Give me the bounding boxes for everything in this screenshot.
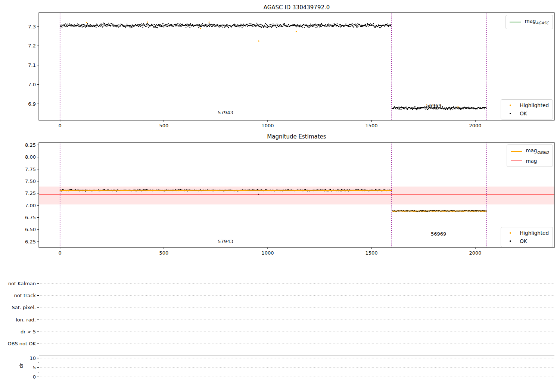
- legend-label: Highlighted: [520, 102, 549, 109]
- plot2-title: Magnitude Estimates: [39, 133, 554, 140]
- plots-svg: 579435696905001000150020007.37.27.17.06.…: [0, 0, 560, 392]
- svg-text:7.2: 7.2: [28, 43, 36, 49]
- orange-dot-swatch: [505, 232, 516, 234]
- svg-text:2000: 2000: [469, 123, 482, 128]
- legend-p1-point-types: Highlighted OK: [501, 99, 553, 119]
- legend-mag-lines: magOBSID mag: [507, 144, 553, 167]
- legend-label: Highlighted: [520, 230, 549, 236]
- svg-text:6.75: 6.75: [25, 215, 36, 220]
- legend-item-ok: OK: [505, 110, 549, 117]
- legend-mag-agasc: magAGASC: [505, 15, 553, 29]
- svg-text:1000: 1000: [261, 250, 274, 256]
- svg-text:0: 0: [59, 250, 62, 256]
- black-dot-swatch: [505, 240, 516, 242]
- legend-item-ok: OK: [505, 238, 549, 245]
- svg-text:not track: not track: [14, 293, 36, 298]
- svg-text:7.00: 7.00: [25, 203, 36, 208]
- svg-text:57943: 57943: [218, 110, 233, 115]
- obsid-annotations: 5794356969: [218, 103, 441, 115]
- svg-text:6.9: 6.9: [28, 101, 36, 107]
- svg-text:5: 5: [33, 365, 36, 370]
- svg-text:7.1: 7.1: [28, 62, 36, 68]
- legend-label: mag: [526, 158, 537, 164]
- y-axis-ticks: 7.37.27.17.06.9: [28, 24, 39, 107]
- highlighted-points-series: [86, 21, 458, 108]
- plot1-title: AGASC ID 330439792.0: [39, 4, 554, 11]
- black-dot-swatch: [505, 113, 516, 114]
- svg-text:6.50: 6.50: [25, 227, 36, 232]
- legend-item-mag: mag: [511, 158, 549, 164]
- svg-text:1000: 1000: [261, 123, 274, 128]
- svg-text:dr > 5: dr > 5: [21, 329, 36, 335]
- svg-text:57943: 57943: [218, 239, 233, 244]
- figure-canvas: 579435696905001000150020007.37.27.17.06.…: [0, 0, 560, 392]
- legend-label: OK: [520, 110, 527, 117]
- svg-text:8.25: 8.25: [25, 142, 36, 148]
- svg-text:7.50: 7.50: [25, 178, 36, 184]
- legend-p2-point-types: Highlighted OK: [501, 227, 553, 247]
- svg-text:6.25: 6.25: [25, 239, 36, 245]
- legend-item-highlighted: Highlighted: [505, 230, 549, 236]
- svg-text:7.75: 7.75: [25, 167, 36, 172]
- orange-line-swatch: [511, 151, 522, 152]
- orange-dot-swatch: [505, 105, 516, 106]
- obsid-annotations: 5794356969: [218, 231, 446, 244]
- plot1-axes-frame: [39, 13, 554, 120]
- green-line-swatch: [510, 22, 521, 22]
- x-axis-ticks: 0500100015002000: [59, 120, 482, 128]
- obsid-boundary-vlines: [60, 13, 487, 120]
- svg-text:OBS not OK: OBS not OK: [8, 341, 36, 346]
- svg-text:1500: 1500: [365, 123, 377, 128]
- svg-text:0: 0: [33, 374, 36, 380]
- legend-label: magOBSID: [526, 147, 549, 156]
- legend-label: OK: [520, 238, 527, 245]
- legend-item-highlighted: Highlighted: [505, 102, 549, 109]
- svg-text:not Kalman: not Kalman: [8, 281, 36, 286]
- legend-item-mag-obsid: magOBSID: [511, 147, 549, 156]
- svg-text:500: 500: [159, 123, 168, 128]
- legend-label: magAGASC: [525, 18, 549, 27]
- ok-points-series: [60, 22, 487, 110]
- mag-uncertainty-band: [39, 187, 554, 205]
- svg-text:2000: 2000: [469, 250, 482, 256]
- svg-text:7.0: 7.0: [28, 82, 36, 87]
- svg-text:8.00: 8.00: [25, 154, 36, 160]
- y-axis-ticks: 8.258.007.757.507.257.006.756.506.25: [25, 142, 39, 245]
- svg-text:7.3: 7.3: [28, 24, 36, 29]
- svg-text:10: 10: [29, 355, 36, 361]
- svg-text:0: 0: [59, 123, 62, 128]
- svg-text:1500: 1500: [365, 250, 377, 256]
- svg-text:Ion. rad.: Ion. rad.: [16, 317, 36, 323]
- legend-item-mag-agasc: magAGASC: [510, 18, 549, 27]
- svg-text:56969: 56969: [431, 231, 446, 237]
- svg-text:7.25: 7.25: [25, 190, 36, 196]
- x-axis-ticks: 0500100015002000: [59, 248, 482, 256]
- svg-text:Sat. pixel.: Sat. pixel.: [12, 305, 36, 310]
- svg-text:500: 500: [159, 250, 168, 256]
- flag-gridlines: [39, 283, 554, 377]
- red-line-swatch: [511, 161, 522, 161]
- dr-axis-label: dr: [18, 363, 24, 368]
